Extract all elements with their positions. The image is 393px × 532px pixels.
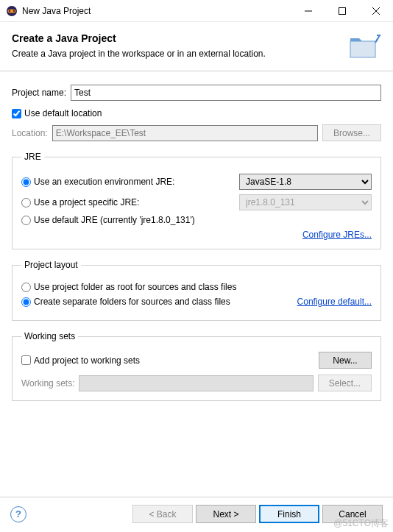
next-button[interactable]: Next >	[196, 505, 256, 523]
minimize-button[interactable]	[291, 0, 325, 22]
new-working-set-button[interactable]: New...	[319, 352, 372, 369]
jre-env-radio[interactable]	[21, 177, 31, 187]
use-default-location-checkbox[interactable]	[12, 109, 21, 118]
working-sets-legend: Working sets	[21, 331, 78, 341]
working-sets-group: Working sets Add project to working sets…	[12, 331, 381, 401]
add-working-sets-checkbox[interactable]	[21, 355, 31, 365]
svg-point-2	[10, 9, 13, 12]
page-subtitle: Create a Java project in the workspace o…	[12, 49, 340, 59]
page-title: Create a Java Project	[12, 32, 340, 44]
jre-env-select[interactable]: JavaSE-1.8	[239, 174, 372, 190]
back-button: < Back	[132, 505, 193, 523]
titlebar: New Java Project	[0, 0, 393, 22]
layout-separate-label: Create separate folders for sources and …	[34, 297, 230, 307]
jre-specific-radio[interactable]	[21, 198, 31, 208]
project-name-input[interactable]	[71, 85, 381, 101]
jre-specific-select: jre1.8.0_131	[239, 194, 372, 210]
configure-default-link[interactable]: Configure default...	[297, 297, 372, 307]
add-working-sets-label: Add project to working sets	[34, 355, 140, 366]
use-default-location-label: Use default location	[24, 108, 102, 118]
layout-root-radio[interactable]	[21, 283, 31, 292]
jre-specific-label: Use a project specific JRE:	[34, 197, 239, 208]
close-button[interactable]	[359, 0, 393, 22]
layout-root-label: Use project folder as root for sources a…	[34, 282, 372, 292]
jre-legend: JRE	[21, 152, 44, 162]
project-layout-group: Project layout Use project folder as roo…	[12, 260, 381, 321]
select-working-sets-button: Select...	[318, 375, 372, 391]
project-layout-legend: Project layout	[21, 260, 81, 270]
jre-default-label: Use default JRE (currently 'jre1.8.0_131…	[34, 215, 372, 225]
location-label: Location:	[12, 128, 48, 138]
maximize-button[interactable]	[325, 0, 359, 22]
dialog-body: Project name: Use default location Locat…	[0, 71, 393, 407]
svg-rect-7	[350, 41, 375, 57]
layout-separate-radio[interactable]	[21, 297, 31, 307]
window-title: New Java Project	[22, 6, 291, 16]
watermark: @51CTO博客	[333, 517, 389, 530]
configure-jres-link[interactable]: Configure JREs...	[302, 230, 372, 240]
location-input	[52, 125, 318, 141]
working-sets-select	[79, 375, 313, 391]
finish-button[interactable]: Finish	[259, 505, 319, 523]
window-controls	[291, 0, 393, 22]
jre-group: JRE Use an execution environment JRE: Ja…	[12, 152, 381, 249]
wizard-folder-icon	[346, 31, 381, 60]
jre-default-radio[interactable]	[21, 216, 31, 225]
working-sets-label: Working sets:	[21, 378, 74, 389]
project-name-label: Project name:	[12, 88, 66, 98]
eclipse-icon	[6, 5, 18, 17]
svg-rect-4	[339, 7, 346, 14]
browse-button: Browse...	[322, 124, 381, 141]
help-icon[interactable]: ?	[10, 506, 26, 522]
dialog-header: Create a Java Project Create a Java proj…	[0, 22, 393, 71]
jre-env-label: Use an execution environment JRE:	[34, 177, 239, 187]
